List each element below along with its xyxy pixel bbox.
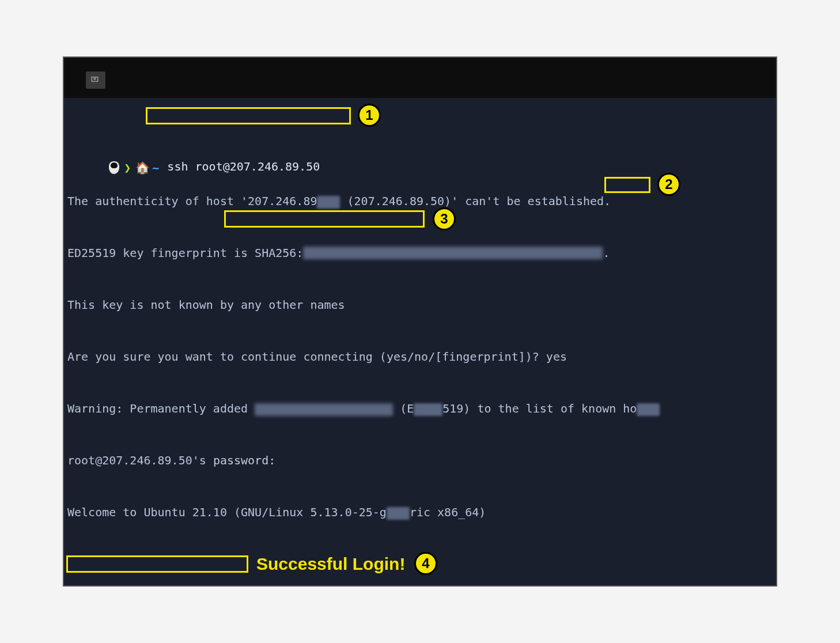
terminal-window: ❯ 🏠 ~ ssh root@207.246.89.50 The authent…: [63, 56, 777, 587]
shell-prompt: ❯ 🏠 ~: [109, 159, 167, 176]
auth-line: The authenticity of host '207.246.89 (20…: [67, 194, 611, 208]
annotation-marker-2: 2: [657, 173, 680, 196]
fingerprint-line: ED25519 key fingerprint is SHA256:.: [67, 246, 610, 260]
chevron-right-icon: ❯: [124, 159, 131, 176]
new-tab-button[interactable]: [86, 71, 105, 89]
welcome-line: Welcome to Ubuntu 21.10 (GNU/Linux 5.13.…: [67, 505, 486, 519]
confirm-line: Are you sure you want to continue connec…: [67, 350, 567, 364]
tilde-path: ~: [152, 159, 159, 176]
tux-icon: [109, 161, 119, 174]
annotation-marker-3: 3: [433, 207, 456, 230]
tab-bar: [64, 58, 776, 98]
annotation-success-label: Successful Login!: [256, 554, 405, 574]
home-icon: 🏠: [135, 159, 150, 176]
plus-tab-icon: [90, 75, 101, 85]
not-known-line: This key is not known by any other names: [67, 298, 345, 312]
ssh-command: ssh root@207.246.89.50: [167, 160, 320, 173]
password-line: root@207.246.89.50's password:: [67, 453, 275, 467]
redacted-fingerprint: [303, 247, 603, 259]
annotation-marker-1: 1: [358, 104, 381, 127]
redacted-ip: [255, 403, 393, 416]
annotation-marker-4: 4: [414, 552, 437, 575]
warning-line: Warning: Permanently added (E519) to the…: [67, 402, 660, 415]
